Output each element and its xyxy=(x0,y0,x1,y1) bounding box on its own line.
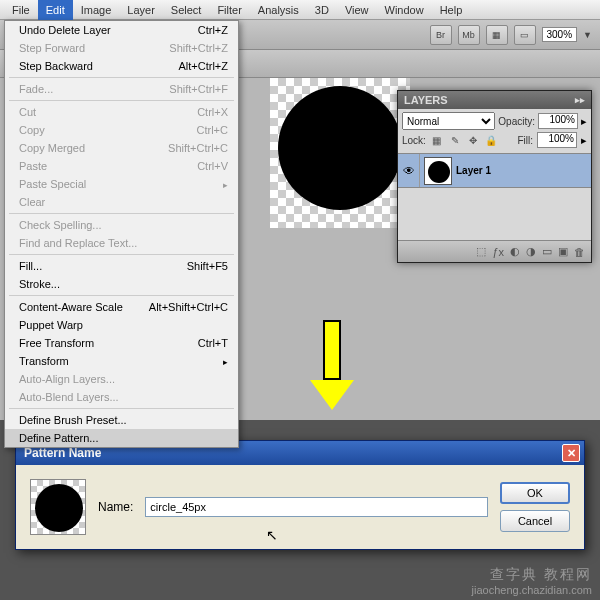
br-button[interactable]: Br xyxy=(430,25,452,45)
close-button[interactable]: ✕ xyxy=(562,444,580,462)
lock-brush-icon[interactable]: ✎ xyxy=(448,133,462,147)
menu-item-clear: Clear xyxy=(5,193,238,211)
menu-item-copy-merged: Copy MergedShift+Ctrl+C xyxy=(5,139,238,157)
menu-select[interactable]: Select xyxy=(163,0,210,20)
menu-item-define-pattern[interactable]: Define Pattern...↖ xyxy=(5,429,238,447)
pattern-name-input[interactable] xyxy=(145,497,488,517)
pattern-name-dialog: Pattern Name ✕ Name: OK Cancel ↖ xyxy=(15,440,585,550)
menu-item-fade: Fade...Shift+Ctrl+F xyxy=(5,80,238,98)
layers-panel-title: LAYERS xyxy=(404,94,448,106)
menu-item-free-transform[interactable]: Free TransformCtrl+T xyxy=(5,334,238,352)
menu-layer[interactable]: Layer xyxy=(119,0,163,20)
lock-all-icon[interactable]: 🔒 xyxy=(484,133,498,147)
menu-item-step-backward[interactable]: Step BackwardAlt+Ctrl+Z xyxy=(5,57,238,75)
cursor-icon: ↖ xyxy=(266,527,278,543)
menu-item-auto-align-layers: Auto-Align Layers... xyxy=(5,370,238,388)
zoom-dropdown-icon[interactable]: ▼ xyxy=(583,30,592,40)
layer-list-empty xyxy=(398,188,591,240)
blend-mode-select[interactable]: Normal xyxy=(402,112,495,130)
visibility-eye-icon[interactable]: 👁 xyxy=(398,154,420,187)
menu-item-content-aware-scale[interactable]: Content-Aware ScaleAlt+Shift+Ctrl+C xyxy=(5,298,238,316)
menu-item-cut: CutCtrl+X xyxy=(5,103,238,121)
grid-icon[interactable]: ▦ xyxy=(486,25,508,45)
menu-3d[interactable]: 3D xyxy=(307,0,337,20)
menu-item-puppet-warp[interactable]: Puppet Warp xyxy=(5,316,238,334)
menu-item-find-and-replace-text: Find and Replace Text... xyxy=(5,234,238,252)
black-circle-shape xyxy=(278,86,402,210)
lock-move-icon[interactable]: ✥ xyxy=(466,133,480,147)
menu-item-copy: CopyCtrl+C xyxy=(5,121,238,139)
mb-button[interactable]: Mb xyxy=(458,25,480,45)
opacity-value[interactable]: 100% xyxy=(538,113,578,129)
menu-item-paste: PasteCtrl+V xyxy=(5,157,238,175)
watermark: 查字典 教程网 jiaocheng.chazidian.com xyxy=(472,566,592,596)
fill-label: Fill: xyxy=(517,135,533,146)
menu-item-transform[interactable]: Transform xyxy=(5,352,238,370)
fx-icon[interactable]: ƒx xyxy=(492,246,504,258)
edit-menu-dropdown: Undo Delete LayerCtrl+ZStep ForwardShift… xyxy=(4,20,239,448)
menu-edit[interactable]: Edit xyxy=(38,0,73,20)
menu-image[interactable]: Image xyxy=(73,0,120,20)
menu-item-fill[interactable]: Fill...Shift+F5 xyxy=(5,257,238,275)
panel-menu-icon[interactable]: ▸▸ xyxy=(575,95,585,105)
menu-filter[interactable]: Filter xyxy=(209,0,249,20)
opacity-flyout-icon[interactable]: ▸ xyxy=(581,115,587,128)
cancel-button[interactable]: Cancel xyxy=(500,510,570,532)
new-layer-icon[interactable]: ▣ xyxy=(558,245,568,258)
menu-item-stroke[interactable]: Stroke... xyxy=(5,275,238,293)
fill-flyout-icon[interactable]: ▸ xyxy=(581,134,587,147)
menubar: FileEditImageLayerSelectFilterAnalysis3D… xyxy=(0,0,600,20)
menu-help[interactable]: Help xyxy=(432,0,471,20)
mask-icon[interactable]: ◐ xyxy=(510,245,520,258)
menu-file[interactable]: File xyxy=(4,0,38,20)
menu-item-check-spelling: Check Spelling... xyxy=(5,216,238,234)
menu-view[interactable]: View xyxy=(337,0,377,20)
layers-panel-footer: ⬚ ƒx ◐ ◑ ▭ ▣ 🗑 xyxy=(398,240,591,262)
menu-item-paste-special: Paste Special xyxy=(5,175,238,193)
zoom-level[interactable]: 300% xyxy=(542,27,578,42)
name-label: Name: xyxy=(98,500,133,514)
dialog-title: Pattern Name xyxy=(20,446,101,460)
link-layers-icon[interactable]: ⬚ xyxy=(476,245,486,258)
lock-transparency-icon[interactable]: ▦ xyxy=(430,133,444,147)
menu-item-step-forward: Step ForwardShift+Ctrl+Z xyxy=(5,39,238,57)
layer-thumbnail[interactable] xyxy=(424,157,452,185)
fill-value[interactable]: 100% xyxy=(537,132,577,148)
lock-label: Lock: xyxy=(402,135,426,146)
ok-button[interactable]: OK xyxy=(500,482,570,504)
group-icon[interactable]: ▭ xyxy=(542,245,552,258)
menu-analysis[interactable]: Analysis xyxy=(250,0,307,20)
pattern-preview-thumbnail xyxy=(30,479,86,535)
menu-window[interactable]: Window xyxy=(377,0,432,20)
trash-icon[interactable]: 🗑 xyxy=(574,246,585,258)
opacity-label: Opacity: xyxy=(498,116,535,127)
yellow-arrow-annotation xyxy=(310,320,354,410)
layers-panel: LAYERS ▸▸ Normal Opacity: 100% ▸ Lock: ▦… xyxy=(397,90,592,263)
adjustment-icon[interactable]: ◑ xyxy=(526,245,536,258)
menu-item-auto-blend-layers: Auto-Blend Layers... xyxy=(5,388,238,406)
menu-item-undo-delete-layer[interactable]: Undo Delete LayerCtrl+Z xyxy=(5,21,238,39)
document-canvas[interactable] xyxy=(270,78,410,228)
screen-icon[interactable]: ▭ xyxy=(514,25,536,45)
layer-row[interactable]: 👁 Layer 1 xyxy=(398,154,591,188)
layer-name[interactable]: Layer 1 xyxy=(456,165,491,176)
menu-item-define-brush-preset[interactable]: Define Brush Preset... xyxy=(5,411,238,429)
